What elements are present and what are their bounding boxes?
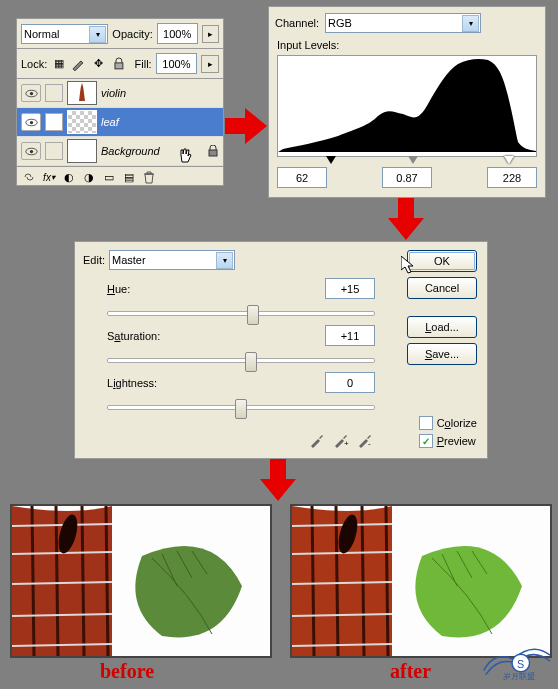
saturation-input[interactable]: +11	[325, 325, 375, 346]
link-cell[interactable]	[45, 113, 63, 131]
layer-name: leaf	[101, 116, 219, 128]
link-cell[interactable]	[45, 84, 63, 102]
hue-label: Hue:	[107, 283, 130, 295]
lock-paint-icon[interactable]	[71, 56, 87, 72]
layer-thumb	[67, 139, 97, 163]
shadow-input[interactable]: 62	[277, 167, 327, 188]
svg-point-2	[29, 91, 32, 94]
eyedropper-plus-icon[interactable]: +	[333, 432, 349, 448]
hue-slider[interactable]	[107, 301, 375, 323]
gamma-input[interactable]: 0.87	[382, 167, 432, 188]
chevron-down-icon: ▾	[462, 15, 479, 32]
lock-label: Lock:	[21, 58, 47, 70]
mask-icon[interactable]: ◐	[61, 169, 77, 185]
fill-flyout-button[interactable]: ▸	[201, 55, 219, 73]
layer-thumb	[67, 81, 97, 105]
lightness-input[interactable]: 0	[325, 372, 375, 393]
save-button[interactable]: Save...	[407, 343, 477, 365]
edit-select[interactable]: Master▾	[109, 250, 235, 270]
fx-icon[interactable]: fx▾	[41, 169, 57, 185]
highlight-slider[interactable]	[504, 156, 514, 164]
link-icon[interactable]	[21, 169, 37, 185]
hue-value: +15	[341, 283, 360, 295]
fill-input[interactable]: 100%	[156, 53, 198, 74]
red-arrow-right-icon	[225, 108, 267, 144]
new-layer-icon[interactable]: ▤	[121, 169, 137, 185]
visibility-toggle[interactable]	[21, 84, 41, 102]
watermark-logo: S 岁月联盟	[474, 641, 552, 681]
lightness-value: 0	[347, 377, 353, 389]
adjustment-icon[interactable]: ◑	[81, 169, 97, 185]
highlight-input[interactable]: 228	[487, 167, 537, 188]
svg-point-6	[29, 149, 32, 152]
gamma-slider[interactable]	[408, 156, 418, 164]
chevron-down-icon: ▾	[216, 252, 233, 269]
red-arrow-down-icon	[260, 459, 296, 501]
hue-input[interactable]: +15	[325, 278, 375, 299]
channel-label: Channel:	[275, 17, 319, 29]
saturation-value: +11	[341, 330, 360, 342]
lightness-label: Lightness:	[107, 377, 157, 389]
opacity-value: 100%	[163, 28, 191, 40]
arrow-cursor-icon	[401, 256, 417, 274]
layer-thumb	[67, 110, 97, 134]
after-image	[290, 504, 552, 658]
eyedropper-minus-icon[interactable]: -	[357, 432, 373, 448]
ok-button[interactable]: OK	[407, 250, 477, 272]
lock-icon	[207, 145, 219, 157]
cancel-label: Cancel	[425, 282, 459, 294]
edit-label: Edit:	[83, 254, 105, 266]
load-button[interactable]: Load...	[407, 316, 477, 338]
shadow-value: 62	[296, 172, 308, 184]
svg-rect-0	[115, 63, 123, 69]
lock-transparency-icon[interactable]: ▦	[51, 56, 67, 72]
svg-text:岁月联盟: 岁月联盟	[503, 672, 535, 681]
chevron-down-icon: ▾	[89, 26, 106, 43]
cancel-button[interactable]: Cancel	[407, 277, 477, 299]
layers-footer: fx▾ ◐ ◑ ▭ ▤	[17, 166, 223, 187]
hue-saturation-dialog: Edit: Master▾ Hue:+15 Saturation:+11 Lig…	[74, 241, 488, 459]
fill-label: Fill:	[135, 58, 152, 70]
svg-text:-: -	[368, 439, 371, 448]
preview-checkbox[interactable]: ✓	[419, 434, 433, 448]
shadow-slider[interactable]	[326, 156, 336, 164]
after-caption: after	[390, 660, 431, 683]
levels-panel: Channel: RGB▾ Input Levels: 62 0.87 228	[268, 6, 546, 198]
ok-label: OK	[434, 255, 450, 267]
colorize-checkbox[interactable]	[419, 416, 433, 430]
layers-panel: Normal▾ Opacity: 100% ▸ Lock: ▦ ✥ Fill: …	[16, 18, 224, 186]
visibility-toggle[interactable]	[21, 113, 41, 131]
before-image	[10, 504, 272, 658]
group-icon[interactable]: ▭	[101, 169, 117, 185]
histogram[interactable]	[277, 55, 537, 157]
saturation-slider[interactable]	[107, 348, 375, 370]
layer-row-leaf[interactable]: leaf	[17, 108, 223, 137]
trash-icon[interactable]	[141, 169, 157, 185]
channel-value: RGB	[328, 17, 352, 29]
svg-text:S: S	[517, 658, 524, 670]
fill-value: 100%	[162, 58, 190, 70]
opacity-flyout-button[interactable]: ▸	[202, 25, 220, 43]
before-caption: before	[100, 660, 154, 683]
opacity-label: Opacity:	[112, 28, 152, 40]
link-cell[interactable]	[45, 142, 63, 160]
svg-point-4	[29, 120, 32, 123]
preview-label: Preview	[437, 435, 476, 447]
lock-move-icon[interactable]: ✥	[91, 56, 107, 72]
visibility-toggle[interactable]	[21, 142, 41, 160]
saturation-label: Saturation:	[107, 330, 160, 342]
red-arrow-down-icon	[388, 198, 424, 240]
blend-mode-select[interactable]: Normal▾	[21, 24, 108, 44]
highlight-value: 228	[503, 172, 521, 184]
layer-row-violin[interactable]: violin	[17, 79, 223, 108]
lock-all-icon[interactable]	[111, 56, 127, 72]
layer-name: violin	[101, 87, 219, 99]
hand-cursor-icon	[177, 147, 193, 165]
opacity-input[interactable]: 100%	[157, 23, 198, 44]
eyedropper-icon[interactable]	[309, 432, 325, 448]
colorize-label: Colorize	[437, 417, 477, 429]
lightness-slider[interactable]	[107, 395, 375, 417]
channel-select[interactable]: RGB▾	[325, 13, 481, 33]
blend-mode-value: Normal	[24, 28, 59, 40]
input-levels-label: Input Levels:	[277, 39, 339, 51]
